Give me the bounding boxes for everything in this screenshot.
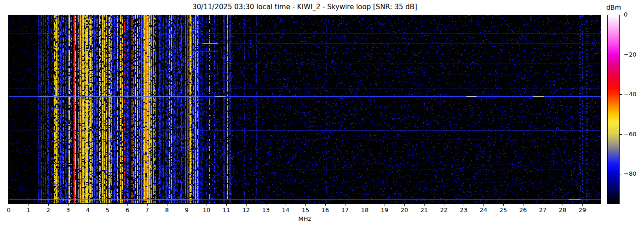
x-tick-label: 5 <box>102 207 114 213</box>
x-tick-mark <box>207 204 207 206</box>
colorbar-tick-label: −40 <box>624 91 636 98</box>
x-tick-mark <box>483 204 484 206</box>
x-tick-mark <box>582 204 583 206</box>
x-tick-mark <box>266 204 266 206</box>
x-tick-label: 26 <box>517 207 529 213</box>
colorbar-gradient <box>608 15 619 203</box>
x-tick-mark <box>147 204 148 206</box>
x-tick-mark <box>365 204 365 206</box>
x-tick-label: 7 <box>141 207 153 213</box>
x-tick-label: 28 <box>557 207 569 213</box>
x-tick-label: 22 <box>438 207 450 213</box>
x-tick-label: 20 <box>398 207 410 213</box>
x-tick-mark <box>464 204 464 206</box>
colorbar-tick-label: 0 <box>624 11 627 18</box>
x-tick-mark <box>563 204 563 206</box>
x-tick-label: 10 <box>201 207 213 213</box>
colorbar-tick-mark <box>620 94 622 95</box>
x-tick-mark <box>404 204 405 206</box>
x-tick-mark <box>48 204 49 206</box>
plot-title: 30/11/2025 03:30 local time - KIWI_2 - S… <box>8 3 601 11</box>
x-tick-mark <box>424 204 425 206</box>
colorbar <box>607 15 620 204</box>
x-tick-label: 23 <box>458 207 470 213</box>
x-tick-label: 11 <box>220 207 232 213</box>
x-tick-mark <box>286 204 286 206</box>
x-tick-mark <box>444 204 444 206</box>
x-axis-label: MHz <box>8 215 601 222</box>
x-tick-label: 2 <box>42 207 54 213</box>
x-tick-label: 16 <box>319 207 331 213</box>
x-tick-mark <box>325 204 326 206</box>
colorbar-tick-mark <box>620 15 622 15</box>
x-tick-label: 19 <box>379 207 391 213</box>
x-tick-label: 15 <box>299 207 311 213</box>
x-tick-mark <box>68 204 69 206</box>
spectrogram-canvas <box>8 15 601 204</box>
colorbar-tick-mark <box>620 134 622 135</box>
x-tick-mark <box>88 204 88 206</box>
x-tick-mark <box>127 204 128 206</box>
x-tick-label: 24 <box>477 207 489 213</box>
colorbar-tick-mark <box>620 55 622 55</box>
x-tick-label: 21 <box>418 207 430 213</box>
x-tick-mark <box>246 204 247 206</box>
x-tick-label: 0 <box>3 207 15 213</box>
x-tick-mark <box>503 204 504 206</box>
x-tick-mark <box>187 204 187 206</box>
x-tick-mark <box>523 204 523 206</box>
x-tick-label: 25 <box>497 207 509 213</box>
kiwisdr-snr-spectrogram-figure: 30/11/2025 03:30 local time - KIWI_2 - S… <box>0 0 644 230</box>
x-tick-label: 4 <box>82 207 94 213</box>
x-tick-label: 18 <box>359 207 371 213</box>
x-tick-mark <box>9 204 9 206</box>
colorbar-tick-label: −80 <box>624 170 636 178</box>
x-tick-mark <box>543 204 543 206</box>
x-tick-label: 17 <box>339 207 351 213</box>
colorbar-unit-label: dBm <box>604 4 623 11</box>
x-tick-label: 12 <box>240 207 252 213</box>
x-tick-label: 13 <box>260 207 272 213</box>
x-tick-mark <box>226 204 227 206</box>
x-tick-label: 9 <box>181 207 193 213</box>
x-tick-mark <box>385 204 385 206</box>
x-tick-label: 1 <box>23 207 34 213</box>
x-tick-mark <box>345 204 345 206</box>
x-tick-label: 8 <box>161 207 173 213</box>
colorbar-tick-label: −20 <box>624 51 636 58</box>
x-tick-label: 3 <box>62 207 74 213</box>
x-tick-mark <box>108 204 108 206</box>
x-tick-mark <box>305 204 306 206</box>
x-tick-mark <box>29 204 29 206</box>
colorbar-tick-label: −60 <box>624 131 636 138</box>
x-tick-label: 27 <box>537 207 549 213</box>
x-tick-label: 29 <box>576 207 588 213</box>
x-tick-mark <box>167 204 167 206</box>
colorbar-tick-mark <box>620 174 622 174</box>
x-tick-label: 14 <box>280 207 292 213</box>
x-tick-label: 6 <box>121 207 133 213</box>
